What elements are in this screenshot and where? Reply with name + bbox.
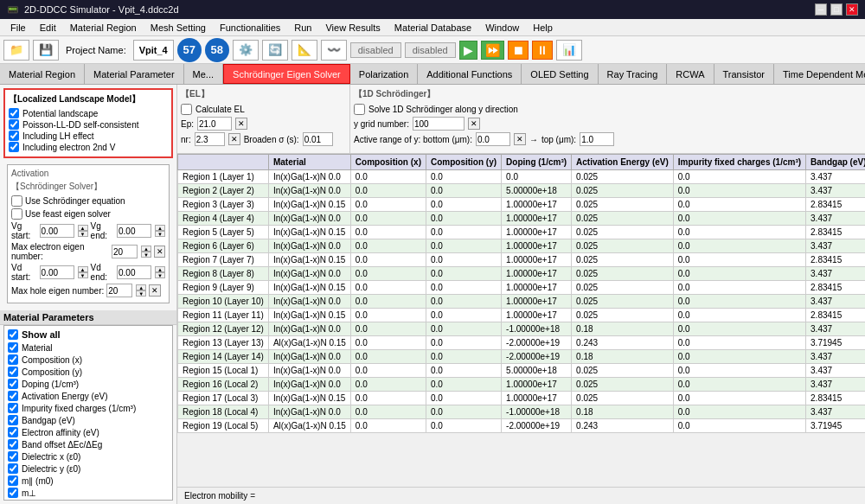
table-row[interactable]: Region 1 (Layer 1) In(x)Ga(1-x)N 0.0 0.0… (178, 170, 866, 184)
project-name[interactable]: Vpit_4 (133, 40, 174, 61)
minimize-button[interactable]: ─ (815, 3, 827, 16)
cell-comp-y: 0.0 (426, 350, 501, 364)
open-button[interactable]: 📁 (3, 40, 29, 61)
table-row[interactable]: Region 6 (Layer 6) In(x)Ga(1-x)N 0.0 0.0… (178, 239, 866, 253)
show-all-checkbox[interactable] (8, 329, 18, 340)
lh-effect-checkbox[interactable] (9, 131, 19, 141)
tab-additional[interactable]: Additional Functions (418, 64, 522, 84)
table-row[interactable]: Region 8 (Layer 8) In(x)Ga(1-x)N 0.0 0.0… (178, 267, 866, 281)
badge-57: 57 (177, 38, 202, 62)
active-range-bottom-clear[interactable]: ✕ (514, 133, 526, 145)
table-row[interactable]: Region 13 (Layer 13) Al(x)Ga(1-x)N 0.15 … (178, 336, 866, 350)
tab-ray-tracing[interactable]: Ray Tracing (599, 64, 668, 84)
tab-me[interactable]: Me... (184, 64, 223, 84)
vd-end-down[interactable]: ▼ (155, 272, 165, 278)
tab-material-region[interactable]: Material Region (0, 64, 85, 84)
play-forward-button[interactable]: ⏩ (481, 41, 504, 60)
max-hole-clear[interactable]: ✕ (149, 284, 161, 297)
table-row[interactable]: Region 19 (Local 5) Al(x)Ga(1-x)N 0.15 0… (178, 419, 866, 433)
active-range-bottom-input[interactable] (476, 132, 510, 146)
vg-start-up[interactable]: ▲ (78, 225, 88, 231)
menu-functionalities[interactable]: Functionalities (213, 21, 287, 35)
tab-polarization[interactable]: Polarization (350, 64, 418, 84)
menu-view-results[interactable]: View Results (318, 21, 387, 35)
vg-end-down[interactable]: ▼ (155, 231, 165, 237)
menu-help[interactable]: Help (526, 21, 560, 35)
toolbar-btn-icons[interactable]: ⚙️ (233, 40, 259, 61)
max-hole-input[interactable] (106, 284, 132, 297)
toolbar-btn-refresh[interactable]: 🔄 (262, 40, 288, 61)
nr-clear[interactable]: ✕ (228, 133, 240, 145)
vd-end-label: Vd end: (91, 263, 114, 282)
table-row[interactable]: Region 11 (Layer 11) In(x)Ga(1-x)N 0.15 … (178, 309, 866, 322)
vg-end-up[interactable]: ▲ (155, 225, 165, 231)
tab-schrodinger[interactable]: Schrödinger Eigen Solver (223, 64, 350, 84)
tab-oled[interactable]: OLED Setting (522, 64, 598, 84)
max-hole-up[interactable]: ▲ (136, 284, 146, 290)
max-electron-up[interactable]: ▲ (141, 246, 151, 252)
y-grid-clear[interactable]: ✕ (468, 118, 480, 130)
nr-input[interactable] (195, 132, 225, 146)
cell-material: In(x)Ga(1-x)N 0.0 (268, 170, 350, 184)
menu-run[interactable]: Run (287, 21, 318, 35)
tab-transistor[interactable]: Transistor (714, 64, 775, 84)
save-button[interactable]: 💾 (33, 40, 59, 61)
table-row[interactable]: Region 12 (Layer 12) In(x)Ga(1-x)N 0.0 0… (178, 322, 866, 336)
table-row[interactable]: Region 10 (Layer 10) In(x)Ga(1-x)N 0.0 0… (178, 295, 866, 309)
poisson-checkbox[interactable] (9, 119, 19, 130)
table-row[interactable]: Region 7 (Layer 7) In(x)Ga(1-x)N 0.15 0.… (178, 253, 866, 267)
cell-comp-x: 0.0 (350, 364, 426, 378)
chart-button[interactable]: 📊 (556, 40, 582, 61)
menu-material-region[interactable]: Material Region (63, 21, 144, 35)
toolbar-btn-wave[interactable]: 〰️ (321, 40, 347, 61)
broaden-input[interactable] (303, 132, 333, 146)
electron-2nd-checkbox[interactable] (9, 142, 19, 152)
max-electron-clear[interactable]: ✕ (154, 246, 165, 258)
table-row[interactable]: Region 14 (Layer 14) In(x)Ga(1-x)N 0.0 0… (178, 350, 866, 364)
play-button[interactable]: ▶ (459, 41, 477, 60)
vd-end-input[interactable] (117, 265, 151, 279)
max-electron-down[interactable]: ▼ (141, 252, 151, 258)
max-electron-input[interactable] (112, 245, 138, 258)
potential-landscape-checkbox[interactable] (9, 108, 19, 118)
vd-end-up[interactable]: ▲ (155, 266, 165, 272)
stop-button[interactable]: ⏹ (508, 41, 529, 60)
close-button[interactable]: ✕ (846, 3, 858, 16)
menu-mesh-setting[interactable]: Mesh Setting (144, 21, 213, 35)
ep-clear[interactable]: ✕ (235, 118, 247, 130)
menu-material-database[interactable]: Material Database (388, 21, 478, 35)
ep-input[interactable] (197, 117, 232, 131)
use-feast-checkbox[interactable] (11, 208, 22, 220)
vg-start-down[interactable]: ▼ (78, 231, 88, 237)
vg-end-input[interactable] (117, 224, 151, 238)
max-hole-down[interactable]: ▼ (136, 290, 146, 297)
table-row[interactable]: Region 15 (Local 1) In(x)Ga(1-x)N 0.0 0.… (178, 364, 866, 378)
menu-window[interactable]: Window (478, 21, 526, 35)
tab-rcwa[interactable]: RCWA (667, 64, 714, 84)
y-grid-input[interactable] (413, 117, 465, 131)
vd-start-down[interactable]: ▼ (78, 272, 88, 278)
tab-material-parameter[interactable]: Material Parameter (85, 64, 184, 84)
menu-file[interactable]: File (3, 21, 33, 35)
cell-comp-y: 0.0 (426, 198, 501, 212)
table-row[interactable]: Region 3 (Layer 3) In(x)Ga(1-x)N 0.15 0.… (178, 198, 866, 212)
table-row[interactable]: Region 5 (Layer 5) In(x)Ga(1-x)N 0.15 0.… (178, 226, 866, 239)
tab-time-dependent[interactable]: Time Dependent Module (774, 64, 865, 84)
use-schrodinger-checkbox[interactable] (11, 195, 22, 207)
table-row[interactable]: Region 9 (Layer 9) In(x)Ga(1-x)N 0.15 0.… (178, 281, 866, 295)
table-row[interactable]: Region 4 (Layer 4) In(x)Ga(1-x)N 0.0 0.0… (178, 212, 866, 226)
menu-edit[interactable]: Edit (33, 21, 63, 35)
table-row[interactable]: Region 18 (Local 4) In(x)Ga(1-x)N 0.0 0.… (178, 405, 866, 419)
solve-1d-checkbox[interactable] (354, 104, 365, 115)
active-range-top-input[interactable] (580, 132, 614, 146)
toolbar-btn-grid[interactable]: 📐 (292, 40, 317, 61)
maximize-button[interactable]: □ (830, 3, 843, 16)
table-row[interactable]: Region 17 (Local 3) In(x)Ga(1-x)N 0.15 0… (178, 392, 866, 405)
calculate-el-checkbox[interactable] (181, 104, 192, 115)
vd-start-input[interactable] (40, 265, 74, 279)
table-row[interactable]: Region 2 (Layer 2) In(x)Ga(1-x)N 0.0 0.0… (178, 184, 866, 198)
table-row[interactable]: Region 16 (Local 2) In(x)Ga(1-x)N 0.0 0.… (178, 378, 866, 392)
pause-button[interactable]: ⏸ (532, 41, 553, 60)
vd-start-up[interactable]: ▲ (78, 266, 88, 272)
vg-start-input[interactable] (40, 224, 74, 238)
